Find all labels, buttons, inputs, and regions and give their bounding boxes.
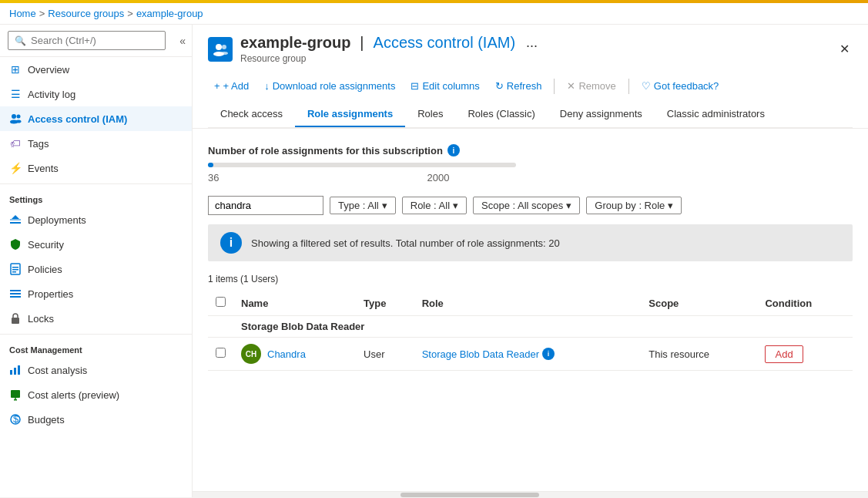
breadcrumb-sep-1: > — [39, 8, 45, 19]
download-icon: ↓ — [264, 80, 270, 92]
sidebar-label-tags: Tags — [28, 138, 49, 150]
tab-roles-classic[interactable]: Roles (Classic) — [455, 102, 547, 127]
groupby-filter-chip[interactable]: Group by : Role ▾ — [586, 197, 682, 214]
sidebar-item-properties[interactable]: Properties — [0, 281, 192, 306]
progress-bar-fill — [208, 163, 213, 167]
sidebar: 🔍 « ⊞ Overview ☰ Activity log Access con… — [0, 25, 193, 497]
list-icon: ☰ — [9, 88, 22, 100]
sidebar-item-security[interactable]: Security — [0, 232, 192, 257]
tab-check-access[interactable]: Check access — [208, 102, 295, 127]
progress-label-right: 2000 — [427, 172, 449, 183]
select-all-checkbox[interactable] — [216, 297, 226, 307]
sidebar-item-budgets[interactable]: $ Budgets — [0, 407, 192, 432]
sidebar-item-events[interactable]: ⚡ Events — [0, 156, 192, 180]
refresh-label: Refresh — [507, 80, 542, 92]
sidebar-label-iam: Access control (IAM) — [28, 113, 127, 125]
svg-point-0 — [12, 114, 16, 119]
svg-point-3 — [16, 120, 22, 123]
row-scope-col: This resource — [641, 338, 757, 371]
row-checkbox[interactable] — [216, 348, 226, 358]
svg-rect-17 — [18, 365, 20, 375]
tab-classic-admins[interactable]: Classic administrators — [655, 102, 777, 127]
type-filter-label: Type : All — [338, 200, 379, 211]
header-condition: Condition — [757, 291, 853, 316]
sidebar-item-iam[interactable]: Access control (IAM) — [0, 106, 192, 131]
sidebar-item-overview[interactable]: ⊞ Overview — [0, 57, 192, 82]
tab-role-assignments[interactable]: Role assignments — [295, 102, 405, 127]
sidebar-item-deployments[interactable]: Deployments — [0, 207, 192, 232]
type-filter-chip[interactable]: Type : All ▾ — [330, 197, 396, 214]
shield-icon — [9, 238, 22, 251]
download-button[interactable]: ↓ Download role assignments — [258, 76, 401, 96]
sidebar-label-locks: Locks — [28, 313, 54, 325]
svg-rect-11 — [10, 290, 21, 291]
tab-roles[interactable]: Roles — [405, 102, 455, 127]
close-button[interactable]: ✕ — [836, 39, 853, 59]
table-header-row: Name Type Role Scope Condition — [208, 291, 853, 316]
sidebar-label-security: Security — [28, 239, 64, 251]
edit-columns-button[interactable]: ⊟ Edit columns — [404, 76, 485, 96]
chart-icon — [9, 364, 22, 376]
tab-deny-assignments[interactable]: Deny assignments — [548, 102, 655, 127]
people-icon — [9, 113, 22, 125]
svg-marker-6 — [12, 215, 19, 219]
sidebar-item-policies[interactable]: Policies — [0, 257, 192, 281]
horizontal-scrollbar[interactable] — [193, 491, 868, 497]
feedback-button[interactable]: ♡ Got feedback? — [635, 76, 726, 96]
collapse-sidebar-button[interactable]: « — [173, 29, 192, 53]
scope-filter-chip[interactable]: Scope : All scopes ▾ — [473, 197, 580, 214]
filter-input[interactable] — [208, 196, 323, 215]
breadcrumb-resource-groups[interactable]: Resource groups — [48, 8, 124, 19]
sidebar-label-activity-log: Activity log — [28, 89, 75, 100]
sidebar-item-cost-analysis[interactable]: Cost analysis — [0, 358, 192, 382]
page-title: Access control (IAM) — [374, 34, 515, 52]
ellipsis-menu-button[interactable]: ... — [526, 35, 538, 51]
groupby-filter-chevron: ▾ — [668, 200, 673, 211]
search-input[interactable] — [31, 35, 159, 46]
user-link[interactable]: Chandra — [267, 348, 306, 360]
policy-icon — [9, 263, 22, 275]
header-checkbox-col — [208, 291, 233, 316]
remove-label: Remove — [578, 80, 615, 92]
add-button[interactable]: + + Add — [208, 76, 255, 96]
toolbar: + + Add ↓ Download role assignments ⊟ Ed… — [208, 70, 853, 102]
sidebar-item-tags[interactable]: 🏷 Tags — [0, 131, 192, 156]
sidebar-item-activity-log[interactable]: ☰ Activity log — [0, 82, 192, 106]
header-scope: Scope — [641, 291, 757, 316]
heart-icon: ♡ — [642, 80, 651, 92]
role-link[interactable]: Storage Blob Data Reader i — [422, 348, 634, 360]
sidebar-label-cost-alerts: Cost alerts (preview) — [28, 389, 119, 401]
subscription-info-icon[interactable]: i — [447, 144, 460, 156]
add-icon: + — [214, 80, 220, 92]
role-filter-chevron: ▾ — [453, 200, 458, 211]
content-header: example-group | Access control (IAM) ...… — [193, 25, 868, 129]
feedback-label: Got feedback? — [654, 80, 719, 92]
breadcrumb-example-group[interactable]: example-group — [136, 8, 203, 19]
condition-add-button[interactable]: Add — [765, 345, 803, 363]
tabs: Check access Role assignments Roles Role… — [208, 102, 853, 128]
breadcrumb-home[interactable]: Home — [9, 8, 36, 19]
remove-button[interactable]: ✕ Remove — [561, 76, 622, 96]
info-banner-text: Showing a filtered set of results. Total… — [251, 237, 560, 249]
row-name-col: CH Chandra — [233, 338, 356, 371]
svg-rect-8 — [12, 267, 18, 268]
sidebar-item-cost-alerts[interactable]: Cost alerts (preview) — [0, 382, 192, 407]
alert-icon — [9, 389, 22, 401]
avatar: CH — [241, 344, 261, 364]
svg-point-2 — [17, 115, 21, 119]
search-box[interactable]: 🔍 — [8, 31, 166, 50]
svg-rect-16 — [14, 368, 16, 375]
sidebar-label-properties: Properties — [28, 288, 73, 300]
sidebar-divider-1 — [0, 183, 192, 184]
toolbar-separator-2 — [628, 79, 629, 94]
role-assignments-table: Name Type Role Scope Condition Storage B… — [208, 291, 853, 371]
role-info-icon[interactable]: i — [542, 348, 555, 360]
sidebar-item-locks[interactable]: Locks — [0, 306, 192, 331]
bolt-icon: ⚡ — [9, 162, 22, 174]
svg-rect-4 — [10, 222, 21, 224]
subscription-title-text: Number of role assignments for this subs… — [208, 145, 443, 156]
refresh-button[interactable]: ↻ Refresh — [489, 76, 548, 96]
sidebar-label-events: Events — [28, 163, 59, 174]
role-filter-chip[interactable]: Role : All ▾ — [402, 197, 467, 214]
svg-point-23 — [216, 44, 222, 50]
